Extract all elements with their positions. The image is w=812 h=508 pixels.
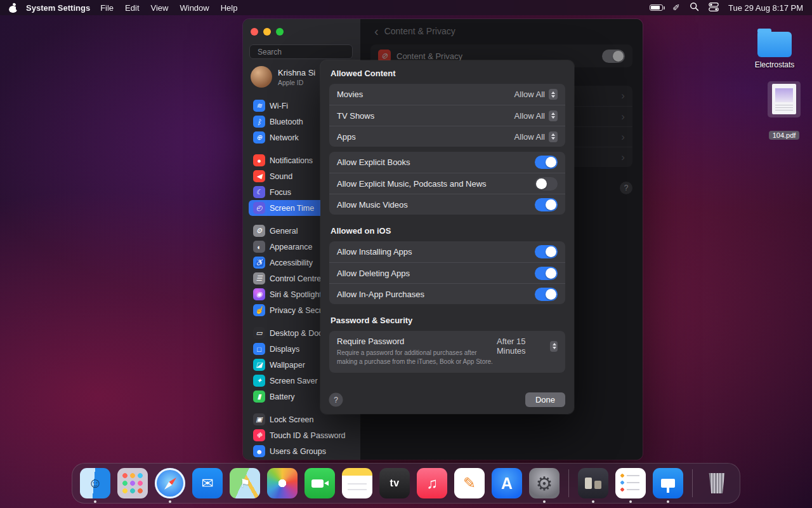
deleting-apps-toggle[interactable] [535, 267, 558, 280]
movies-select[interactable]: Allow All [514, 89, 558, 100]
menu-app-name[interactable]: System Settings [26, 3, 90, 13]
dock-item-system-settings[interactable]: ⚙ [529, 468, 560, 498]
user-subtitle: Apple ID [278, 79, 315, 86]
minimize-window-button[interactable] [263, 28, 271, 36]
section-title-allowed-content: Allowed Content [331, 69, 565, 78]
dock-item-photos[interactable] [267, 468, 298, 498]
close-window-button[interactable] [251, 28, 258, 36]
sidebar-apple-id-row[interactable]: Krishna Si Apple ID [251, 66, 315, 88]
dock-item-apple-tv[interactable]: tv [379, 468, 410, 498]
tv-shows-row: TV Shows Allow All [329, 105, 565, 126]
explicit-books-label: Allow Explicit Books [337, 157, 410, 167]
menu-view[interactable]: View [151, 3, 169, 13]
require-password-select[interactable]: After 15 Minutes [497, 337, 558, 356]
wallpaper-icon: ◪ [253, 359, 265, 371]
deleting-apps-label: Allow Deleting Apps [337, 269, 410, 278]
dock-item-pages[interactable]: ✎ [454, 468, 485, 498]
apple-tv-icon: tv [390, 478, 399, 489]
music-videos-label: Allow Music Videos [337, 200, 408, 210]
in-app-purchases-toggle[interactable] [535, 288, 558, 301]
stepper-icon [549, 131, 558, 142]
dock-separator [568, 469, 569, 497]
dock-item-notes[interactable] [342, 468, 372, 498]
settings-gear-icon: ⚙ [536, 472, 553, 495]
desktop-dock-icon: ▭ [253, 327, 265, 339]
dock-item-app-store[interactable]: A [492, 468, 522, 498]
done-button[interactable]: Done [525, 392, 565, 407]
file-label: 104.pdf [769, 131, 800, 140]
apple-menu-icon[interactable] [9, 3, 17, 13]
tv-shows-select[interactable]: Allow All [514, 110, 558, 121]
dock-item-launchpad[interactable] [117, 468, 148, 498]
maps-icon: ⚑ [240, 476, 250, 490]
desktop-folder-electrostats[interactable]: Electrostats [754, 32, 796, 70]
appearance-icon: ◐ [253, 241, 265, 253]
bluetooth-icon: ᛒ [253, 116, 265, 128]
dock-item-facetime[interactable] [304, 468, 335, 498]
menu-help[interactable]: Help [221, 3, 238, 13]
search-input[interactable] [258, 48, 356, 57]
users-groups-icon: ☻ [253, 445, 265, 457]
sidebar-search-field[interactable] [249, 44, 353, 59]
music-videos-toggle[interactable] [535, 198, 558, 211]
explicit-music-row: Allow Explicit Music, Podcasts and News [329, 173, 565, 194]
pencil-icon[interactable]: ✐ [672, 3, 680, 13]
dock-item-safari[interactable] [155, 468, 185, 498]
zoom-window-button[interactable] [276, 28, 284, 36]
spotlight-search-icon[interactable] [690, 2, 699, 13]
dock-item-keynote[interactable] [653, 468, 683, 498]
screen-saver-icon: ✦ [253, 375, 265, 387]
explicit-music-label: Allow Explicit Music, Podcasts and News [337, 179, 487, 189]
menu-file[interactable]: File [100, 3, 114, 13]
battery-icon[interactable] [650, 4, 663, 11]
menu-clock[interactable]: Tue 29 Aug 8:17 PM [728, 3, 803, 13]
apps-select[interactable]: Allow All [514, 131, 558, 142]
battery-settings-icon: ▮ [253, 391, 265, 403]
displays-icon: □ [253, 343, 265, 355]
sidebar-item-touch-id[interactable]: ❉ Touch ID & Password [249, 427, 357, 443]
explicit-books-toggle[interactable] [535, 156, 558, 169]
privacy-hand-icon: ☝ [253, 304, 265, 316]
menu-edit[interactable]: Edit [125, 3, 139, 13]
siri-icon: ◉ [253, 288, 265, 300]
notifications-icon: ● [253, 154, 265, 166]
focus-icon: ☾ [253, 186, 265, 198]
sidebar-item-users-groups[interactable]: ☻ Users & Groups [249, 443, 357, 459]
dock-item-music[interactable]: ♫ [417, 468, 447, 498]
safari-compass-icon [162, 476, 178, 491]
network-icon: ⊕ [253, 131, 265, 144]
require-password-description: Require a password for additional purcha… [337, 349, 497, 366]
section-title-password-security: Password & Security [331, 316, 565, 325]
movies-row: Movies Allow All [329, 84, 565, 105]
facetime-camera-icon [311, 479, 324, 488]
desktop-file-104-pdf[interactable]: 104.pdf [764, 81, 804, 140]
dock-item-jars-app[interactable] [578, 468, 608, 498]
stepper-icon [549, 89, 558, 100]
control-centre-icon: ☰ [253, 272, 265, 284]
pages-pencil-icon: ✎ [463, 474, 476, 492]
dock-item-maps[interactable]: ⚑ [230, 468, 260, 498]
dock-item-reminders[interactable] [615, 468, 646, 498]
dock-item-trash[interactable] [702, 468, 732, 498]
music-videos-row: Allow Music Videos [329, 194, 565, 215]
trash-basket-icon [708, 473, 726, 493]
accessibility-icon: ♿ [253, 257, 265, 269]
allowed-content-selects-card: Movies Allow All TV Shows Allow All Apps… [329, 84, 565, 147]
password-security-card: Require Password Require a password for … [329, 331, 565, 373]
stepper-icon [550, 341, 558, 352]
sheet-footer: ? Done [329, 392, 565, 407]
menu-bar: System Settings File Edit View Window He… [0, 0, 812, 15]
installing-apps-toggle[interactable] [535, 245, 558, 258]
sound-icon: ◀ [253, 170, 265, 182]
wifi-icon: ≋ [253, 100, 265, 112]
menu-window[interactable]: Window [180, 3, 209, 13]
sheet-help-button[interactable]: ? [329, 393, 343, 406]
touch-id-icon: ❉ [253, 429, 265, 441]
explicit-music-toggle[interactable] [535, 177, 558, 190]
control-center-icon[interactable] [709, 2, 719, 14]
require-password-label: Require Password [337, 337, 404, 346]
dock-item-mail[interactable]: ✉ [192, 468, 223, 498]
folder-label: Electrostats [755, 60, 795, 69]
dock-item-finder[interactable]: ☺ [80, 468, 110, 498]
allowed-ios-card: Allow Installing Apps Allow Deleting App… [329, 241, 565, 304]
